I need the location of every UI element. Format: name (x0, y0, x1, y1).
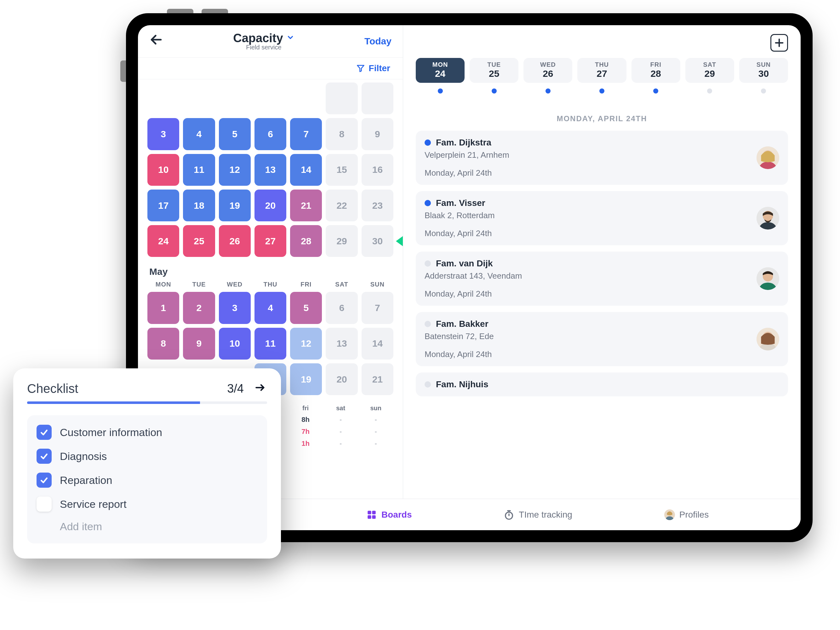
svg-marker-1 (357, 66, 364, 72)
checklist-count: 3/4 (227, 382, 244, 395)
calendar-cell[interactable]: 6 (326, 292, 357, 324)
calendar-cell[interactable]: 16 (362, 154, 393, 186)
calendar-cell[interactable]: 14 (290, 154, 322, 186)
day-pill[interactable]: SAT29 (685, 58, 734, 83)
calendar-cell[interactable]: 3 (219, 292, 251, 324)
calendar-cell[interactable]: 20 (254, 189, 286, 221)
calendar-cell[interactable]: 20 (326, 363, 357, 395)
checkbox[interactable] (36, 425, 52, 440)
nav-boards[interactable]: Boards (366, 509, 412, 520)
day-pill[interactable]: TUE25 (470, 58, 518, 83)
checklist-expand-button[interactable] (253, 381, 267, 396)
nav-profiles[interactable]: Profiles (664, 509, 709, 520)
day-pill[interactable]: FRI28 (632, 58, 680, 83)
calendar-cell[interactable]: 9 (362, 118, 393, 150)
right-pane: MON24TUE25WED26THU27FRI28SAT29SUN30 MOND… (403, 25, 801, 530)
calendar-cell[interactable]: 11 (254, 328, 286, 359)
calendar-cell[interactable]: 5 (290, 292, 322, 324)
calendar-cell[interactable]: 14 (362, 328, 393, 359)
calendar-cell[interactable]: 29 (326, 225, 357, 257)
calendar-cell[interactable]: 23 (362, 189, 393, 221)
day-dot (492, 88, 497, 93)
calendar-cell[interactable]: 1 (147, 292, 179, 324)
checklist-add-item[interactable]: Add item (36, 520, 257, 533)
appointment-date: Monday, April 24th (425, 350, 749, 359)
status-dot (425, 200, 431, 206)
calendar-cell[interactable]: 21 (362, 363, 393, 395)
back-button[interactable] (149, 33, 163, 50)
appointment-card[interactable]: Fam. VisserBlaak 2, RotterdamMonday, Apr… (416, 191, 788, 245)
day-pill[interactable]: THU27 (577, 58, 626, 83)
calendar-cell[interactable]: 12 (219, 154, 251, 186)
checklist-item[interactable]: Reparation (36, 472, 257, 488)
checklist-item[interactable]: Service report (36, 496, 257, 512)
calendar-cell (362, 82, 393, 114)
calendar-cell (219, 82, 251, 114)
calendar-cell[interactable]: 26 (219, 225, 251, 257)
day-pill[interactable]: WED26 (523, 58, 572, 83)
calendar-cell[interactable]: 2 (183, 292, 215, 324)
appointment-title: Fam. Dijkstra (436, 138, 491, 148)
calendar-cell[interactable]: 8 (147, 328, 179, 359)
calendar-cell[interactable]: 3 (147, 118, 179, 150)
calendar-cell[interactable]: 4 (254, 292, 286, 324)
checklist-item[interactable]: Customer information (36, 425, 257, 440)
page-title[interactable]: Capacity (233, 32, 294, 45)
svg-rect-24 (372, 515, 376, 518)
checklist-card: Checklist 3/4 Customer informationDiagno… (13, 369, 281, 559)
appointment-list: Fam. DijkstraVelperplein 21, ArnhemMonda… (403, 131, 801, 396)
calendar-cell[interactable]: 24 (147, 225, 179, 257)
avatar (756, 207, 779, 230)
checklist-item-label: Service report (60, 498, 126, 510)
calendar-cell[interactable]: 15 (326, 154, 357, 186)
appointment-address: Adderstraat 143, Veendam (425, 271, 749, 281)
add-button[interactable] (771, 34, 788, 52)
calendar-cell[interactable]: 5 (219, 118, 251, 150)
calendar-cell[interactable]: 4 (183, 118, 215, 150)
calendar-cell[interactable]: 22 (326, 189, 357, 221)
today-button[interactable]: Today (365, 36, 392, 47)
calendar-cell[interactable]: 19 (290, 363, 322, 395)
calendar-cell[interactable]: 8 (326, 118, 357, 150)
calendar-cell[interactable]: 17 (147, 189, 179, 221)
current-week-marker (396, 236, 403, 246)
calendar-cell[interactable]: 10 (147, 154, 179, 186)
appointment-card[interactable]: Fam. DijkstraVelperplein 21, ArnhemMonda… (416, 131, 788, 185)
appointment-card[interactable]: Fam. BakkerBatenstein 72, EdeMonday, Apr… (416, 312, 788, 366)
filter-button[interactable]: Filter (356, 63, 390, 73)
checkbox[interactable] (36, 496, 52, 512)
appointment-card[interactable]: Fam. Nijhuis (416, 372, 788, 396)
calendar-cell[interactable]: 12 (290, 328, 322, 359)
hours-cell: - (358, 438, 393, 450)
svg-rect-22 (372, 511, 376, 514)
calendar-cell[interactable]: 21 (290, 189, 322, 221)
checklist-title: Checklist (27, 381, 78, 396)
day-pill[interactable]: MON24 (416, 58, 464, 83)
calendar-cell[interactable]: 27 (254, 225, 286, 257)
calendar-cell[interactable]: 19 (219, 189, 251, 221)
checkbox[interactable] (36, 472, 52, 488)
weekday-label: SAT (326, 281, 357, 288)
appointment-title: Fam. Visser (436, 198, 485, 208)
checklist-item[interactable]: Diagnosis (36, 449, 257, 464)
calendar-cell[interactable]: 13 (254, 154, 286, 186)
status-dot (425, 381, 431, 387)
hours-cell: 1h (288, 438, 323, 450)
calendar-cell[interactable]: 18 (183, 189, 215, 221)
checklist-body: Customer informationDiagnosisReparationS… (27, 415, 267, 543)
calendar-cell[interactable]: 25 (183, 225, 215, 257)
appointment-card[interactable]: Fam. van DijkAdderstraat 143, VeendamMon… (416, 252, 788, 306)
calendar-cell[interactable]: 28 (290, 225, 322, 257)
filter-icon (356, 64, 365, 73)
nav-time-tracking[interactable]: TIme tracking (504, 509, 572, 520)
day-pill[interactable]: SUN30 (739, 58, 788, 83)
calendar-cell[interactable]: 7 (362, 292, 393, 324)
calendar-cell[interactable]: 11 (183, 154, 215, 186)
calendar-cell[interactable]: 7 (290, 118, 322, 150)
calendar-cell[interactable]: 13 (326, 328, 357, 359)
calendar-cell[interactable]: 9 (183, 328, 215, 359)
checkbox[interactable] (36, 449, 52, 464)
calendar-cell[interactable]: 6 (254, 118, 286, 150)
calendar-cell[interactable]: 30 (362, 225, 393, 257)
calendar-cell[interactable]: 10 (219, 328, 251, 359)
